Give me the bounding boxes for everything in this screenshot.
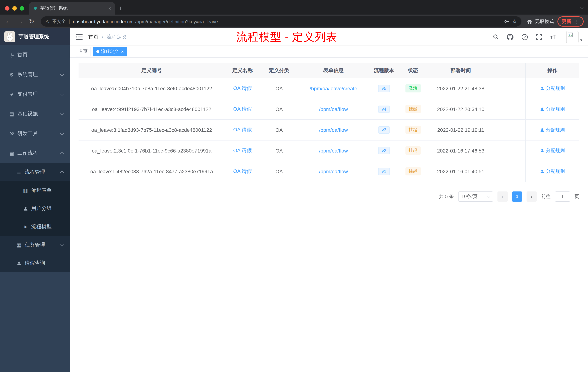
cell-filler [494, 161, 525, 182]
navbar-icons: ? TT ▾ [493, 31, 582, 43]
jump-page-input[interactable] [555, 191, 570, 201]
sidebar-item-label: 支付管理 [17, 91, 38, 98]
cell-filler [494, 140, 525, 161]
breadcrumb-home[interactable]: 首页 [88, 34, 99, 40]
definition-name-link[interactable]: OA 请假 [233, 147, 252, 153]
cell-category: OA [260, 119, 298, 140]
sidebar-item-payment[interactable]: ¥ 支付管理 [0, 85, 70, 104]
definition-name-link[interactable]: OA 请假 [233, 127, 252, 132]
window-close-button[interactable] [5, 6, 10, 11]
github-icon[interactable] [507, 34, 514, 40]
browser-update-chip[interactable]: 更新 ⋮ [557, 16, 584, 27]
sidebar-item-user-group[interactable]: 用户分组 [0, 199, 70, 218]
browser-tab[interactable]: 芋道管理系统 × [29, 2, 115, 15]
user-icon [540, 107, 545, 111]
next-page-button[interactable]: › [526, 191, 537, 201]
sidebar-item-process-model[interactable]: ➤ 流程模型 [0, 218, 70, 236]
search-icon[interactable] [493, 34, 499, 40]
user-icon [540, 148, 545, 153]
assign-rule-link[interactable]: 分配规则 [540, 85, 565, 92]
fullscreen-icon[interactable] [536, 34, 542, 40]
logo-avatar [4, 31, 15, 42]
form-info-link[interactable]: /bpm/oa/flow [319, 168, 348, 174]
version-tag: v5 [378, 85, 390, 92]
font-size-icon[interactable]: TT [550, 34, 558, 40]
sidebar-item-home[interactable]: ◷ 首页 [0, 45, 70, 65]
table-row: oa_leave:4:991f2193-7b7f-11ec-a3c8-acde4… [79, 99, 579, 119]
table-row: oa_leave:2:3c1f0ef1-76b1-11ec-9c66-a2380… [79, 140, 579, 161]
assign-rule-link[interactable]: 分配规则 [540, 147, 565, 154]
definition-name-link[interactable]: OA 请假 [233, 85, 252, 91]
dashboard-icon: ◷ [7, 52, 16, 58]
browser-toolbar: ← → ↻ ⚠ 不安全 | dashboard.yudao.iocoder.cn… [0, 15, 588, 28]
back-button[interactable]: ← [4, 18, 12, 25]
col-definition-category: 定义分类 [260, 63, 298, 78]
form-info-link[interactable]: /bpm/oa/flow [319, 127, 348, 133]
help-icon[interactable]: ? [522, 34, 528, 40]
sidebar-item-task-management[interactable]: ▦ 任务管理 [0, 236, 70, 254]
update-label[interactable]: 更新 [562, 18, 571, 25]
reload-button[interactable]: ↻ [28, 18, 36, 25]
security-label[interactable]: 不安全 [52, 18, 66, 25]
form-info-link[interactable]: /bpm/oa/leave/create [310, 85, 357, 91]
definition-name-link[interactable]: OA 请假 [233, 168, 252, 174]
sidebar-item-process-management[interactable]: ≣ 流程管理 [0, 163, 70, 181]
tab-close-icon[interactable]: × [108, 5, 111, 11]
new-tab-button[interactable]: + [118, 5, 122, 12]
tab-search-chevron-icon[interactable] [580, 4, 583, 10]
password-key-icon[interactable] [504, 19, 509, 24]
broken-image-icon [568, 32, 573, 37]
page-size-select[interactable]: 10条/页 [458, 191, 493, 201]
form-info-link[interactable]: /bpm/oa/flow [319, 148, 348, 153]
sidebar-item-workflow[interactable]: ▣ 工作流程 [0, 143, 70, 163]
tag-close-icon[interactable]: × [121, 49, 124, 54]
app-root: 芋道管理系统 ◷ 首页 ⚙ 系统管理 ¥ 支付管理 ▤ 基础设施 [0, 28, 588, 372]
col-filler [494, 63, 525, 78]
prev-page-button[interactable]: ‹ [497, 191, 508, 201]
sidebar-toggle-icon[interactable] [76, 34, 83, 40]
active-dot-icon [96, 50, 99, 53]
status-badge: 挂起 [405, 105, 420, 113]
sidebar-item-infrastructure[interactable]: ▤ 基础设施 [0, 104, 70, 124]
assign-rule-link[interactable]: 分配规则 [540, 127, 565, 133]
assign-rule-link[interactable]: 分配规则 [540, 106, 565, 112]
url-host: dashboard.yudao.iocoder.cn [73, 19, 132, 24]
tag-home[interactable]: 首页 [76, 47, 91, 56]
page-content: 定义编号 定义名称 定义分类 表单信息 流程版本 状态 部署时间 操作 [70, 57, 588, 372]
sidebar-item-process-form[interactable]: ▥ 流程表单 [0, 181, 70, 199]
definition-name-link[interactable]: OA 请假 [233, 106, 252, 111]
avatar[interactable] [566, 31, 579, 43]
version-tag: v1 [378, 168, 390, 175]
sidebar-item-label: 首页 [17, 52, 28, 58]
version-tag: v2 [378, 147, 390, 154]
cell-definition-id: oa_leave:3:1fad3d93-7b75-11ec-a3c8-acde4… [79, 119, 225, 140]
app-logo[interactable]: 芋道管理系统 [0, 28, 70, 45]
incognito-spy-icon [526, 18, 533, 25]
assign-rule-link[interactable]: 分配规则 [540, 168, 565, 175]
window-maximize-button[interactable] [20, 6, 24, 11]
forward-button[interactable]: → [16, 18, 24, 25]
browser-menu-kebab-icon[interactable]: ⋮ [575, 19, 579, 24]
col-status: 状态 [399, 63, 427, 78]
bookmark-star-icon[interactable]: ☆ [512, 18, 517, 25]
chevron-down-icon [60, 243, 64, 247]
tag-process-definition[interactable]: 流程定义 × [93, 47, 127, 56]
page-number-button[interactable]: 1 [512, 191, 522, 201]
gear-icon: ⚙ [7, 72, 16, 77]
chevron-down-icon[interactable]: ▾ [580, 38, 582, 42]
send-icon: ➤ [21, 224, 30, 230]
cell-category: OA [260, 140, 298, 161]
breadcrumb: 首页 / 流程定义 [88, 34, 127, 40]
cell-filler [494, 119, 525, 140]
sidebar-item-devtools[interactable]: ⚒ 研发工具 [0, 124, 70, 143]
form-info-link[interactable]: /bpm/oa/flow [319, 106, 348, 112]
table-row: oa_leave:1:482ec033-762a-11ec-8477-a2380… [79, 161, 579, 182]
window-minimize-button[interactable] [12, 6, 17, 11]
cell-definition-id: oa_leave:1:482ec033-762a-11ec-8477-a2380… [79, 161, 225, 182]
pagination-total: 共 5 条 [439, 193, 454, 200]
yen-icon: ¥ [7, 91, 16, 97]
sidebar-item-system[interactable]: ⚙ 系统管理 [0, 65, 70, 85]
sidebar-item-leave-query[interactable]: 请假查询 [0, 254, 70, 272]
user-avatar-menu[interactable]: ▾ [566, 31, 582, 43]
address-bar[interactable]: ⚠ 不安全 | dashboard.yudao.iocoder.cn /bpm/… [41, 16, 521, 27]
